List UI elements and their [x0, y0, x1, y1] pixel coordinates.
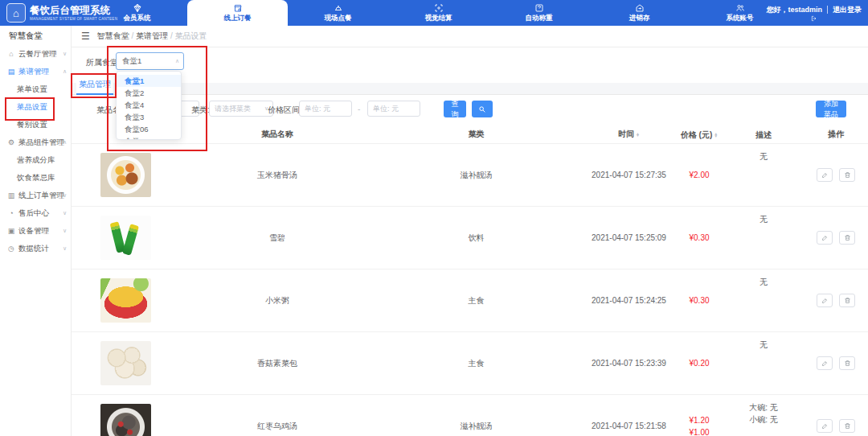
search-button[interactable]: 查询 — [444, 101, 466, 117]
nav-online-ordering[interactable]: 线上订餐 — [187, 0, 288, 26]
dish-desc: 无 — [723, 144, 804, 206]
delete-button[interactable] — [839, 231, 855, 245]
edit-button[interactable] — [817, 356, 833, 370]
price-column-header: 价格 (元)▲▼ — [675, 129, 723, 141]
dish-price: ¥0.20 — [675, 357, 723, 369]
range-separator: - — [358, 105, 360, 113]
storefront-icon — [233, 3, 243, 13]
canteen-dropdown: 食堂1 食堂2 食堂4 食堂3 食堂06 食堂7 — [116, 71, 182, 140]
dish-time: 2021-04-07 15:23:39 — [583, 359, 675, 368]
canteen-selected-value: 食堂1 — [122, 56, 141, 67]
logout-icon[interactable] — [811, 15, 817, 22]
edit-button[interactable] — [817, 168, 833, 182]
search-icon — [478, 105, 486, 113]
divider — [827, 6, 828, 14]
trash-icon — [844, 234, 851, 241]
breadcrumb: 智慧食堂 / 菜谱管理 / 菜品设置 — [97, 31, 207, 42]
chevron-up-icon: ∧ — [175, 58, 179, 64]
sidebar-item-data-statistics[interactable]: ◷ 数据统计 ∨ — [0, 240, 71, 257]
filter-bar: 菜品名称 菜类: 请选择菜类 ∨ 价格区间 - 查询 添加菜品 — [71, 99, 868, 121]
headset-icon: ◔ — [7, 209, 15, 217]
edit-button[interactable] — [817, 231, 833, 245]
dropdown-option[interactable]: 食堂1 — [117, 75, 181, 87]
table-row: 玉米猪骨汤 滋补靓汤 2021-04-07 15:27:35 ¥2.00 无 — [71, 143, 868, 206]
dropdown-option[interactable]: 食堂2 — [117, 87, 181, 99]
delete-button[interactable] — [839, 419, 855, 433]
dish-name: 雪碧 — [185, 232, 370, 244]
user-greeting: 您好，testadmin — [766, 5, 822, 15]
canteen-select[interactable]: 食堂1 ∧ — [116, 52, 184, 70]
edit-icon — [821, 234, 829, 241]
dish-desc: 大碗: 无小碗: 无 — [723, 395, 804, 436]
dish-category: 饮料 — [370, 232, 583, 244]
edit-icon — [821, 422, 829, 430]
edit-button[interactable] — [817, 294, 833, 307]
sidebar-item-menu-settings[interactable]: 菜单设置 — [0, 80, 71, 98]
add-dish-button[interactable]: 添加菜品 — [816, 101, 846, 117]
scale-icon — [534, 3, 544, 13]
nav-label: 视觉结算 — [425, 14, 452, 23]
edit-button[interactable] — [817, 419, 833, 433]
sidebar: 智慧食堂 ⌂ 云餐厅管理 ∨ ▤ 菜谱管理 ∧ 菜单设置 菜品设置 餐别设置 ⚙… — [0, 26, 72, 436]
dropdown-option[interactable]: 食堂3 — [117, 111, 181, 123]
chevron-down-icon: ∨ — [63, 51, 67, 57]
gear-icon: ⚙ — [7, 138, 15, 146]
delete-button[interactable] — [839, 168, 855, 182]
dish-image — [100, 404, 151, 436]
logout-link[interactable]: 退出登录 — [833, 5, 862, 15]
chevron-down-icon: ∨ — [63, 245, 67, 252]
trash-icon — [844, 171, 851, 179]
sidebar-header: 智慧食堂 — [0, 26, 71, 45]
sidebar-item-nutrition-library[interactable]: 营养成分库 — [0, 151, 71, 169]
dish-image — [100, 341, 151, 385]
nav-member-system[interactable]: 会员系统 — [87, 0, 187, 26]
action-column-header: 操作 — [804, 129, 868, 140]
edit-icon — [821, 297, 829, 304]
time-column-header: 时间▲▼ — [583, 129, 675, 140]
users-icon — [735, 3, 745, 13]
dish-table: 菜品名称 菜类 时间▲▼ 价格 (元)▲▼ 描述 操作 玉米猪骨汤 滋补靓汤 2… — [71, 125, 868, 436]
sidebar-item-online-order-management[interactable]: ▥ 线上订单管理 ∨ — [0, 187, 71, 204]
sidebar-item-device-management[interactable]: ▣ 设备管理 ∨ — [0, 222, 71, 240]
sidebar-item-cloud-restaurant[interactable]: ⌂ 云餐厅管理 ∨ — [0, 45, 71, 63]
dropdown-option[interactable]: 食堂06 — [117, 123, 181, 135]
sort-icon[interactable]: ▲▼ — [714, 133, 718, 138]
nav-auto-weighing[interactable]: 自动称重 — [489, 0, 589, 26]
sort-icon[interactable]: ▲▼ — [636, 133, 640, 138]
chevron-down-icon: ∨ — [63, 228, 67, 234]
sidebar-item-dish-component-management[interactable]: ⚙ 菜品组件管理 ∧ — [0, 134, 71, 151]
dish-image — [100, 153, 151, 197]
nav-label: 线上订餐 — [224, 14, 252, 23]
delete-button[interactable] — [839, 356, 855, 370]
dish-price: ¥0.30 — [675, 294, 723, 306]
delete-button[interactable] — [839, 294, 855, 307]
search-icon-button[interactable] — [472, 101, 493, 117]
category-select[interactable]: 请选择菜类 ∨ — [209, 101, 273, 117]
sidebar-item-diet-taboo-library[interactable]: 饮食禁忌库 — [0, 169, 71, 187]
top-navigation-bar: ⌂ 餐饮后台管理系统 MANAGEMENT SYSTEM OF SMART CA… — [0, 0, 868, 26]
sidebar-item-meal-type-settings[interactable]: 餐别设置 — [0, 116, 71, 134]
user-area: 您好，testadmin 退出登录 — [766, 0, 862, 26]
dropdown-option-partial[interactable]: 食堂7 — [117, 135, 181, 140]
sidebar-item-dish-settings[interactable]: 菜品设置 — [0, 98, 71, 116]
tab-dish-management[interactable]: 菜品管理 — [76, 76, 113, 95]
price-max-input[interactable] — [367, 101, 420, 117]
dish-desc: 无 — [723, 269, 804, 331]
dish-time: 2021-04-07 15:25:09 — [583, 233, 675, 242]
category-label: 菜类: — [191, 105, 210, 116]
nav-onsite-ordering[interactable]: 现场点餐 — [288, 0, 388, 26]
breadcrumb-home[interactable]: 智慧食堂 — [97, 31, 129, 40]
nav-vision-settlement[interactable]: 视觉结算 — [388, 0, 489, 26]
chevron-down-icon: ∨ — [63, 210, 67, 216]
collapse-sidebar-icon[interactable]: ☰ — [81, 31, 90, 42]
dropdown-option[interactable]: 食堂4 — [117, 99, 181, 111]
desc-column-header: 描述 — [723, 129, 804, 141]
sidebar-item-recipe-management[interactable]: ▤ 菜谱管理 ∧ — [0, 63, 71, 80]
scan-eye-icon — [434, 3, 444, 13]
price-min-input[interactable] — [299, 101, 352, 117]
sidebar-item-after-sales-center[interactable]: ◔ 售后中心 ∨ — [0, 204, 71, 222]
nav-inventory[interactable]: 进销存 — [589, 0, 690, 26]
dish-name: 小米粥 — [185, 295, 370, 306]
breadcrumb-recipe[interactable]: 菜谱管理 — [136, 31, 168, 40]
diamond-icon — [133, 3, 142, 13]
